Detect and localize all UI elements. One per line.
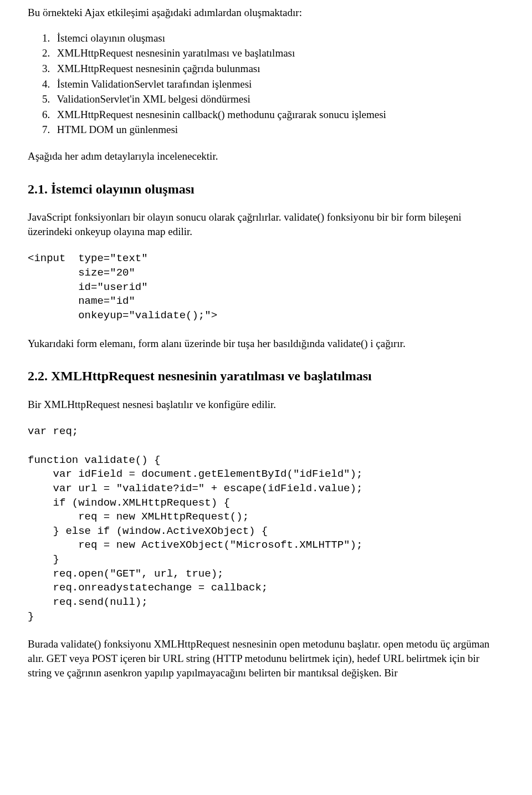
list-text: XMLHttpRequest nesnesinin yaratılması ve… <box>57 47 295 59</box>
list-item: 2. XMLHttpRequest nesnesinin yaratılması… <box>42 46 504 60</box>
list-number: 1. <box>42 31 54 45</box>
list-text: XMLHttpRequest nesnesinin çağrıda bulunm… <box>57 63 260 74</box>
list-item: 6. XMLHttpRequest nesnesinin callback() … <box>42 108 504 122</box>
section-2-1-heading: 2.1. İstemci olayının oluşması <box>28 180 504 198</box>
section-2-1-paragraph: JavaScript fonksiyonları bir olayın sonu… <box>28 210 504 238</box>
section-2-2-heading: 2.2. XMLHttpRequest nesnesinin yaratılma… <box>28 367 504 385</box>
steps-list: 1. İstemci olayının oluşması 2. XMLHttpR… <box>28 31 504 137</box>
list-number: 3. <box>42 62 54 76</box>
list-item: 4. İstemin ValidationServlet tarafından … <box>42 77 504 91</box>
list-number: 5. <box>42 92 54 106</box>
list-text: İstemci olayının oluşması <box>57 32 165 44</box>
list-number: 6. <box>42 108 54 122</box>
list-number: 2. <box>42 46 54 60</box>
list-item: 1. İstemci olayının oluşması <box>42 31 504 45</box>
code-block-validate: var req; function validate() { var idFie… <box>28 425 504 624</box>
list-text: HTML DOM un günlenmesi <box>57 124 178 135</box>
list-item: 3. XMLHttpRequest nesnesinin çağrıda bul… <box>42 62 504 76</box>
section-2-2-paragraph: Bir XMLHttpRequest nesnesi başlatılır ve… <box>28 398 504 412</box>
intro-paragraph: Bu örnekteki Ajax etkileşimi aşağıdaki a… <box>28 6 504 20</box>
list-text: ValidationServlet'in XML belgesi döndürm… <box>57 93 250 105</box>
code-block-input: <input type="text" size="20" id="userid"… <box>28 252 504 323</box>
list-text: İstemin ValidationServlet tarafından işl… <box>57 78 252 90</box>
section-2-2-after: Burada validate() fonksiyonu XMLHttpRequ… <box>28 637 504 680</box>
list-number: 7. <box>42 123 54 137</box>
list-item: 5. ValidationServlet'in XML belgesi dönd… <box>42 92 504 106</box>
list-number: 4. <box>42 77 54 91</box>
list-item: 7. HTML DOM un günlenmesi <box>42 123 504 137</box>
section-2-1-after: Yukarıdaki form elemanı, form alanı üzer… <box>28 337 504 351</box>
after-steps-paragraph: Aşağıda her adım detaylarıyla incelenece… <box>28 149 504 164</box>
list-text: XMLHttpRequest nesnesinin callback() met… <box>57 109 386 120</box>
